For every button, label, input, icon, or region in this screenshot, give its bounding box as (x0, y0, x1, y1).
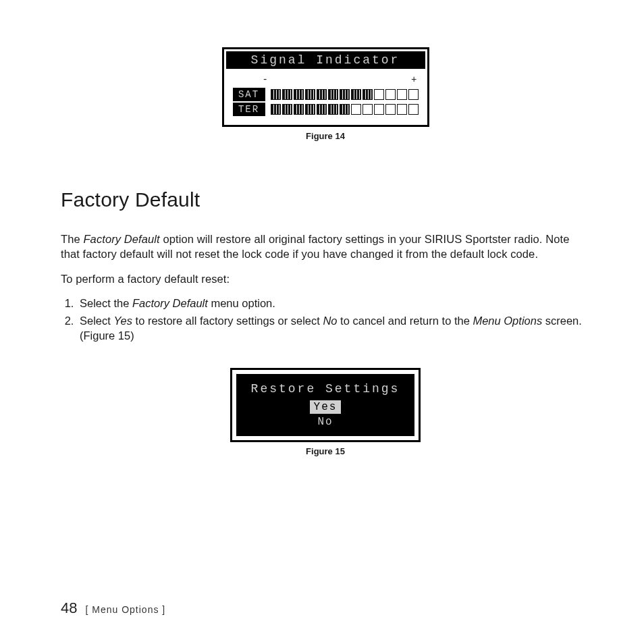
page-footer: 48 [ Menu Options ] (61, 599, 165, 617)
signal-cell (340, 104, 350, 115)
scale-min: - (263, 74, 268, 85)
lcd-title: Signal Indicator (226, 51, 425, 69)
signal-cell (294, 89, 304, 100)
signal-cell (328, 89, 338, 100)
option-no: No (313, 415, 337, 429)
footer-section: [ Menu Options ] (85, 604, 165, 615)
signal-cell (351, 104, 361, 115)
signal-label: TER (233, 103, 265, 116)
signal-cell (374, 104, 384, 115)
signal-cells (271, 89, 419, 100)
signal-cell (397, 104, 407, 115)
signal-cell (363, 89, 373, 100)
signal-cell (385, 104, 396, 115)
signal-cell (408, 104, 419, 115)
signal-cell (363, 104, 373, 115)
signal-cell (351, 89, 361, 100)
lcd2-title: Restore Settings (251, 382, 400, 396)
scale-max: + (411, 74, 417, 85)
signal-cell (385, 89, 396, 100)
figure-15-caption: Figure 15 (61, 446, 590, 456)
signal-cells (271, 104, 419, 115)
step-2: Select Yes to restore all factory settin… (77, 313, 590, 344)
signal-cell (271, 104, 281, 115)
steps-list: Select the Factory Default menu option. … (77, 296, 590, 344)
signal-row-sat: SAT (233, 88, 419, 101)
signal-cell (294, 104, 304, 115)
figure-14: Signal Indicator - + SATTER Figure 14 (61, 47, 590, 141)
lcd-screen-signal: Signal Indicator - + SATTER (222, 47, 429, 127)
signal-cell (282, 89, 292, 100)
signal-row-ter: TER (233, 103, 419, 116)
signal-cell (305, 89, 315, 100)
signal-scale: - + (233, 74, 419, 86)
signal-cell (317, 89, 327, 100)
signal-cell (374, 89, 384, 100)
lcd-screen-restore: Restore Settings Yes No (230, 368, 421, 442)
signal-cell (397, 89, 407, 100)
figure-15: Restore Settings Yes No Figure 15 (61, 353, 590, 456)
signal-label: SAT (233, 88, 265, 101)
signal-cell (340, 89, 350, 100)
section-heading: Factory Default (61, 188, 590, 211)
paragraph-2: To perform a factory default reset: (61, 271, 590, 286)
signal-cell (408, 89, 419, 100)
signal-cell (328, 104, 338, 115)
signal-cell (271, 89, 281, 100)
signal-cell (282, 104, 292, 115)
step-1: Select the Factory Default menu option. (77, 296, 590, 311)
page-number: 48 (61, 599, 77, 617)
signal-cell (317, 104, 327, 115)
paragraph-1: The Factory Default option will restore … (61, 232, 590, 262)
option-yes: Yes (310, 400, 342, 414)
signal-cell (305, 104, 315, 115)
figure-14-caption: Figure 14 (61, 131, 590, 141)
